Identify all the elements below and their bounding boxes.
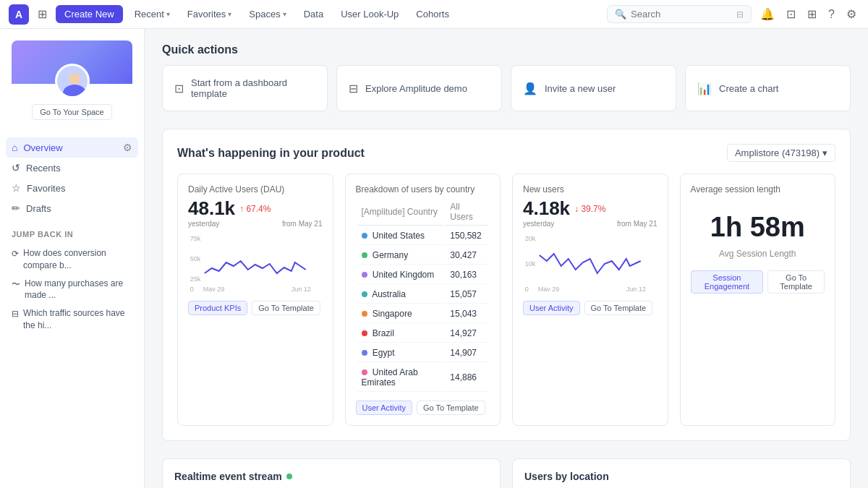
- session-engagement-button[interactable]: Session Engagement: [691, 270, 764, 294]
- chevron-down-icon: ▾: [822, 147, 827, 158]
- avg-session-go-to-template-button[interactable]: Go To Template: [767, 270, 825, 294]
- new-users-date-info: yesterday from May 21: [523, 220, 658, 228]
- new-users-title: New users: [523, 184, 658, 194]
- logo-icon[interactable]: A: [9, 4, 29, 25]
- dau-sparkline: 75k 50k 25k 0 May 29 Jun 12: [188, 234, 323, 291]
- sidebar-item-overview[interactable]: ⌂ Overview ⚙: [6, 137, 138, 158]
- chevron-down-icon: ▾: [283, 10, 286, 18]
- country-dot: [362, 369, 367, 375]
- svg-point-1: [63, 85, 86, 98]
- go-to-space-button[interactable]: Go To Your Space: [32, 104, 111, 120]
- quick-action-invite-user[interactable]: 👤 Invite a new user: [511, 65, 676, 111]
- filter-icon[interactable]: ⊟: [736, 9, 744, 20]
- avatar: [55, 64, 90, 98]
- store-selector[interactable]: Amplistore (473198) ▾: [727, 144, 835, 162]
- jump-back-item-2[interactable]: ⊟ Which traffic sources have the hi...: [12, 304, 132, 335]
- settings-icon[interactable]: ⚙: [843, 4, 859, 24]
- nav-item-favorites[interactable]: Favorites ▾: [182, 6, 237, 22]
- jump-back-item-0[interactable]: ⟳ How does conversion compare b...: [12, 244, 132, 275]
- country-table-row: Egypt 14,907: [357, 344, 489, 362]
- user-activity-button-2[interactable]: User Activity: [523, 301, 580, 315]
- dau-go-to-template-button[interactable]: Go To Template: [252, 301, 320, 315]
- new-users-chart-card: New users 4.18k ↓ 39.7% yesterday from M…: [512, 174, 668, 426]
- sidebar-item-favorites[interactable]: ☆ Favorites: [6, 178, 138, 198]
- whats-happening-section: What's happening in your product Amplist…: [162, 129, 851, 441]
- home-icon: ⌂: [12, 142, 17, 153]
- country-go-to-template-button[interactable]: Go To Template: [417, 401, 485, 415]
- jump-back-item-1[interactable]: 〜 How many purchases are made ...: [12, 275, 132, 305]
- dau-chart-buttons: Product KPIs Go To Template: [188, 301, 323, 315]
- grid-icon[interactable]: ⊞: [35, 4, 50, 24]
- avg-session-title: Average session length: [691, 184, 825, 194]
- svg-text:75k: 75k: [190, 235, 201, 242]
- funnel-icon: ⟳: [12, 248, 19, 260]
- dau-change: ↑ 67.4%: [239, 204, 271, 214]
- country-col-header: [Amplitude] Country: [357, 199, 445, 226]
- charts-grid: Daily Active Users (DAU) 48.1k ↑ 67.4% y…: [177, 174, 835, 426]
- sidebar-item-drafts[interactable]: ✏ Drafts: [6, 198, 138, 218]
- avg-session-sublabel: Avg Session Length: [691, 249, 825, 259]
- quick-action-create-chart[interactable]: 📊 Create a chart: [685, 65, 851, 111]
- create-new-button[interactable]: Create New: [56, 5, 123, 23]
- pencil-icon: ✏: [12, 202, 20, 214]
- country-dot: [362, 291, 367, 297]
- settings-gear-icon[interactable]: ⚙: [123, 142, 132, 153]
- bottom-grid: Realtime event stream Event Time User ⓘ: [162, 458, 851, 488]
- sidebar: Go To Your Space ⌂ Overview ⚙ ↺ Recents …: [0, 29, 145, 488]
- bookmark-icon[interactable]: ⊡: [783, 4, 799, 24]
- help-icon[interactable]: ?: [825, 5, 838, 24]
- search-input[interactable]: [631, 9, 732, 20]
- whats-happening-title: What's happening in your product: [177, 147, 365, 160]
- country-table-row: Australia 15,057: [357, 286, 489, 304]
- new-users-value: 4.18k ↓ 39.7%: [523, 197, 658, 220]
- quick-action-explore-demo[interactable]: ⊟ Explore Amplitude demo: [336, 65, 502, 111]
- country-table-row: Germany 30,427: [357, 247, 489, 265]
- new-users-chart-buttons: User Activity Go To Template: [523, 301, 658, 315]
- country-chart-buttons: User Activity Go To Template: [356, 401, 490, 415]
- top-navigation: A ⊞ Create New Recent ▾ Favorites ▾ Spac…: [0, 0, 868, 29]
- country-table-row: Brazil 14,927: [357, 325, 489, 343]
- realtime-title: Realtime event stream: [174, 471, 488, 482]
- nav-item-user-lookup[interactable]: User Look-Up: [335, 6, 404, 22]
- nav-item-recent[interactable]: Recent ▾: [129, 6, 176, 22]
- dau-chart-card: Daily Active Users (DAU) 48.1k ↑ 67.4% y…: [177, 174, 333, 426]
- product-kpis-button[interactable]: Product KPIs: [188, 301, 247, 315]
- sidebar-item-recents[interactable]: ↺ Recents: [6, 158, 138, 178]
- main-content: Quick actions ⊡ Start from a dashboard t…: [145, 29, 868, 488]
- expand-icon[interactable]: ⊞: [804, 4, 820, 24]
- country-title: Breakdown of users by country: [356, 184, 490, 194]
- new-users-change: ↓ 39.7%: [574, 204, 605, 214]
- country-dot: [362, 252, 367, 258]
- user-activity-button-1[interactable]: User Activity: [356, 401, 413, 415]
- users-by-location-card: Users by location: [512, 458, 851, 488]
- nav-item-spaces[interactable]: Spaces ▾: [243, 6, 292, 22]
- search-icon: 🔍: [615, 9, 626, 20]
- section-header: What's happening in your product Amplist…: [177, 144, 835, 162]
- bell-icon[interactable]: 🔔: [757, 4, 778, 24]
- svg-text:50k: 50k: [190, 255, 201, 262]
- search-box: 🔍 ⊟: [607, 5, 752, 23]
- chevron-down-icon: ▾: [228, 10, 231, 18]
- svg-text:0: 0: [190, 286, 194, 291]
- dashboard-icon: ⊡: [174, 82, 184, 95]
- table-icon: ⊟: [12, 308, 19, 320]
- quick-action-dashboard-template[interactable]: ⊡ Start from a dashboard template: [162, 65, 328, 111]
- new-users-go-to-template-button[interactable]: Go To Template: [584, 301, 653, 315]
- nav-item-data[interactable]: Data: [298, 6, 329, 22]
- country-table-row: United Arab Emirates 14,886: [357, 364, 489, 392]
- svg-text:25k: 25k: [190, 275, 201, 283]
- topnav-icons: 🔔 ⊡ ⊞ ? ⚙: [757, 4, 859, 24]
- users-by-location-title: Users by location: [524, 471, 838, 482]
- jump-back-section: JUMP BACK IN ⟳ How does conversion compa…: [0, 224, 144, 341]
- recents-icon: ↺: [12, 162, 20, 174]
- avg-session-value: 1h 58m: [691, 197, 825, 249]
- country-table-row: United Kingdom 30,163: [357, 266, 489, 284]
- svg-text:10k: 10k: [525, 260, 536, 267]
- svg-text:Jun 12: Jun 12: [292, 286, 311, 291]
- live-indicator: [286, 474, 292, 479]
- nav-item-cohorts[interactable]: Cohorts: [410, 6, 455, 22]
- country-table: [Amplitude] Country All Users United Sta…: [356, 197, 490, 393]
- profile-section: Go To Your Space: [0, 29, 144, 132]
- dau-value: 48.1k ↑ 67.4%: [188, 197, 323, 220]
- quick-actions-title: Quick actions: [162, 43, 851, 56]
